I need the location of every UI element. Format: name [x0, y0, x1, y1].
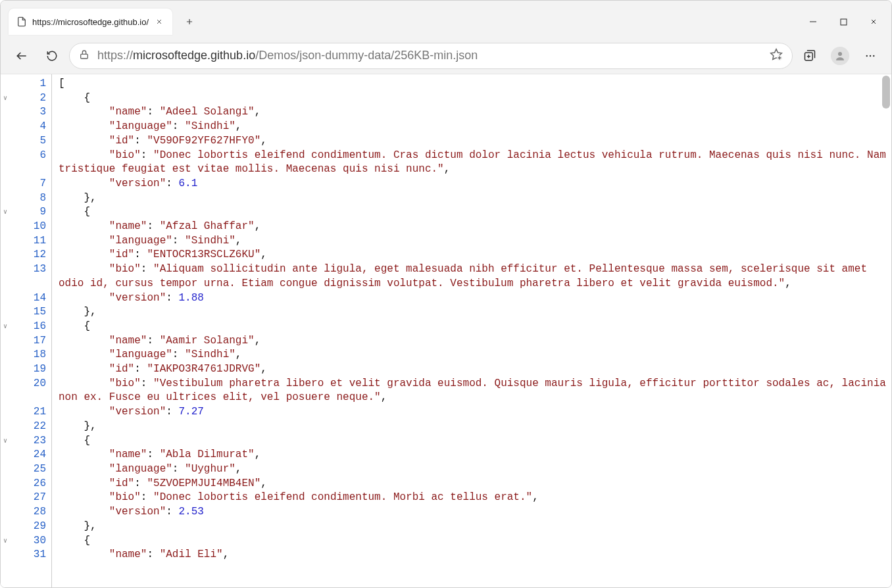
line-number: 21 [10, 405, 46, 420]
svg-rect-5 [841, 19, 847, 25]
code-line: "version": 2.53 [59, 505, 891, 520]
code-line: "id": "V59OF92YF627HFY0", [59, 134, 891, 149]
fold-spacer [1, 120, 10, 134]
minimize-button[interactable] [798, 9, 828, 35]
code-line: "id": "5ZVOEPMJUI4MB4EN", [59, 477, 891, 491]
code-line: { [59, 205, 891, 220]
fold-spacer [1, 305, 10, 320]
close-tab-icon[interactable] [154, 16, 164, 27]
tab-title: https://microsoftedge.github.io/ [32, 17, 149, 27]
line-number: 26 [10, 477, 46, 491]
code-line: }, [59, 520, 891, 534]
fold-spacer [1, 477, 10, 491]
line-number-gutter: 1234567891011121314151617181920212223242… [10, 74, 52, 588]
fold-spacer [1, 77, 10, 91]
fold-spacer [1, 491, 10, 505]
code-line: "language": "Uyghur", [59, 462, 891, 477]
svg-point-18 [866, 55, 868, 56]
line-number: 29 [10, 520, 46, 534]
file-icon [16, 16, 27, 27]
refresh-button[interactable] [39, 43, 65, 69]
fold-toggle[interactable]: ∨ [1, 205, 10, 220]
line-number: 13 [10, 262, 46, 291]
line-number: 30 [10, 534, 46, 549]
code-line: "name": "Afzal Ghaffar", [59, 220, 891, 234]
fold-spacer [1, 377, 10, 405]
line-number: 8 [10, 191, 46, 206]
line-number: 3 [10, 105, 46, 120]
favorite-icon[interactable] [770, 48, 783, 64]
svg-rect-9 [81, 54, 88, 59]
line-number: 6 [10, 149, 46, 177]
scrollbar[interactable] [882, 76, 890, 587]
line-number: 7 [10, 177, 46, 191]
code-line: "name": "Adil Eli", [59, 548, 891, 562]
scrollbar-thumb[interactable] [882, 76, 890, 109]
line-number: 31 [10, 548, 46, 562]
code-line: "bio": "Donec lobortis eleifend condimen… [59, 149, 891, 177]
fold-toggle[interactable]: ∨ [1, 320, 10, 334]
fold-spacer [1, 262, 10, 291]
fold-toggle[interactable]: ∨ [1, 434, 10, 449]
profile-button[interactable] [827, 43, 853, 69]
toolbar: https://microsoftedge.github.io/Demos/js… [1, 37, 891, 74]
line-number: 2 [10, 91, 46, 106]
code-line: "id": "IAKPO3R4761JDRVG", [59, 362, 891, 377]
line-number: 9 [10, 205, 46, 220]
code-line: "language": "Sindhi", [59, 120, 891, 134]
code-line: [ [59, 77, 891, 91]
line-number: 12 [10, 248, 46, 262]
back-button[interactable] [9, 43, 35, 69]
line-number: 1 [10, 77, 46, 91]
code-line: "bio": "Aliquam sollicitudin ante ligula… [59, 262, 891, 291]
fold-gutter: ∨∨∨∨∨ [1, 74, 10, 588]
code-line: "id": "ENTOCR13RSCLZ6KU", [59, 248, 891, 262]
close-window-button[interactable] [858, 9, 889, 35]
json-viewer: ∨∨∨∨∨ 1234567891011121314151617181920212… [1, 74, 891, 588]
line-number: 5 [10, 134, 46, 149]
code-line: { [59, 534, 891, 549]
fold-spacer [1, 234, 10, 249]
line-number: 20 [10, 377, 46, 405]
url-scheme: https:// [97, 49, 133, 62]
code-line: "bio": "Vestibulum pharetra libero et ve… [59, 377, 891, 405]
fold-spacer [1, 348, 10, 362]
code-line: "language": "Sindhi", [59, 348, 891, 362]
line-number: 24 [10, 448, 46, 462]
browser-tab[interactable]: https://microsoftedge.github.io/ [9, 9, 172, 35]
code-line: }, [59, 420, 891, 434]
svg-point-19 [870, 55, 871, 56]
line-number: 23 [10, 434, 46, 449]
maximize-button[interactable] [828, 9, 858, 35]
menu-button[interactable] [857, 43, 883, 69]
fold-toggle[interactable]: ∨ [1, 534, 10, 549]
svg-point-20 [873, 55, 874, 56]
line-number: 17 [10, 334, 46, 349]
fold-spacer [1, 334, 10, 349]
fold-spacer [1, 405, 10, 420]
code-line: "version": 6.1 [59, 177, 891, 191]
line-number: 18 [10, 348, 46, 362]
collections-button[interactable] [797, 43, 823, 69]
code-line: "bio": "Donec lobortis eleifend condimen… [59, 491, 891, 505]
fold-spacer [1, 420, 10, 434]
fold-spacer [1, 505, 10, 520]
line-number: 15 [10, 305, 46, 320]
line-number: 16 [10, 320, 46, 334]
code-line: { [59, 434, 891, 449]
code-line: "version": 7.27 [59, 405, 891, 420]
address-bar[interactable]: https://microsoftedge.github.io/Demos/js… [69, 43, 793, 69]
code-line: "version": 1.88 [59, 291, 891, 306]
new-tab-button[interactable] [179, 11, 200, 32]
code-line: "name": "Aamir Solangi", [59, 334, 891, 349]
line-number: 11 [10, 234, 46, 249]
fold-toggle[interactable]: ∨ [1, 91, 10, 106]
fold-spacer [1, 462, 10, 477]
line-number: 10 [10, 220, 46, 234]
code-line: "language": "Sindhi", [59, 234, 891, 249]
code-line: }, [59, 305, 891, 320]
code-line: { [59, 91, 891, 106]
line-number: 19 [10, 362, 46, 377]
json-content[interactable]: [ { "name": "Adeel Solangi", "language":… [52, 74, 891, 588]
url-text: https://microsoftedge.github.io/Demos/js… [97, 49, 478, 62]
